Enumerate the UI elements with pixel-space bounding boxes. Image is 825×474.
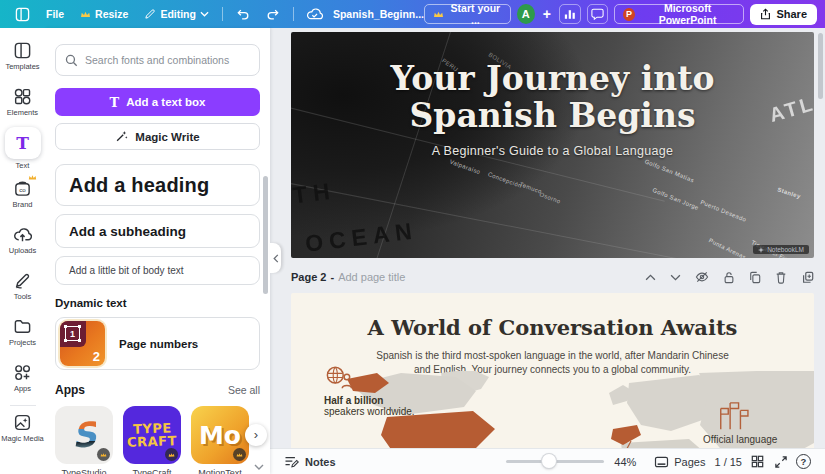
start-campaign-button[interactable]: Start your ... xyxy=(424,4,511,24)
sidebar-item-elements[interactable]: Elements xyxy=(0,80,45,124)
apps-carousel: S TypeStudio TYPE CRAFT TypeCraft xyxy=(55,406,260,474)
move-page-down-button[interactable] xyxy=(670,274,681,281)
app-motiontext[interactable]: Mo MotionText xyxy=(191,406,249,474)
panel-collapse-button[interactable] xyxy=(270,243,281,273)
apps-icon xyxy=(13,363,32,382)
panel-scrollbar[interactable] xyxy=(263,176,268,294)
speakers-annotation[interactable]: Half a billion speakers worldwide. xyxy=(324,395,415,417)
notes-button[interactable]: Notes xyxy=(284,456,336,468)
lock-page-button[interactable] xyxy=(723,271,735,284)
map-label: Stanley xyxy=(777,186,802,199)
grid-view-button[interactable] xyxy=(749,453,766,470)
official-language-annotation[interactable]: Official language xyxy=(703,434,777,445)
share-icon xyxy=(760,8,771,20)
resize-menu[interactable]: Resize xyxy=(75,5,133,23)
help-button[interactable]: ? xyxy=(796,454,811,469)
svg-text:co: co xyxy=(19,186,26,193)
bar-chart-icon xyxy=(564,9,576,20)
powerpoint-export-button[interactable]: P Microsoft PowerPoint xyxy=(614,4,744,24)
slide2-title[interactable]: A World of Conversation Awaits xyxy=(291,315,814,340)
zoom-percentage[interactable]: 44% xyxy=(614,456,642,468)
sidebar-item-uploads[interactable]: Uploads xyxy=(0,218,45,262)
avatar[interactable]: A xyxy=(517,4,535,24)
page-numbers-card[interactable]: 1 2 Page numbers xyxy=(55,317,260,370)
sidebar-item-templates[interactable]: Templates xyxy=(0,34,45,78)
page-title-input[interactable]: Add page title xyxy=(338,271,405,283)
add-heading-card[interactable]: Add a heading xyxy=(55,164,260,206)
sidebar-item-magic-media[interactable]: Magic Media xyxy=(0,406,45,450)
chevron-down-icon xyxy=(200,11,209,17)
sidebar-item-brand[interactable]: co Brand xyxy=(0,172,45,216)
add-member-button[interactable]: + xyxy=(541,6,553,22)
home-menu-button[interactable] xyxy=(10,4,35,25)
add-body-text-card[interactable]: Add a little bit of body text xyxy=(55,256,260,285)
page-numbers-icon: 1 2 xyxy=(60,321,105,366)
map-label: Puerto Deseado xyxy=(700,199,748,223)
pro-crown-badge xyxy=(233,448,246,461)
canvas-scrollbar[interactable] xyxy=(818,33,823,99)
crown-icon xyxy=(433,10,444,19)
add-subheading-card[interactable]: Add a subheading xyxy=(55,214,260,248)
insights-chart-button[interactable] xyxy=(559,4,581,24)
sidebar-item-projects[interactable]: Projects xyxy=(0,310,45,354)
share-button[interactable]: Share xyxy=(750,4,817,25)
text-panel: T Add a text box Magic Write Add a headi… xyxy=(45,28,270,474)
pro-crown-badge xyxy=(165,448,178,461)
top-bar: File Resize Editing xyxy=(0,0,825,28)
search-icon xyxy=(65,54,78,67)
see-all-link[interactable]: See all xyxy=(228,384,260,396)
undo-button[interactable] xyxy=(231,5,255,23)
slide1-subtitle[interactable]: A Beginner's Guide to a Global Language xyxy=(291,144,814,158)
map-label: Osorno xyxy=(539,191,562,204)
magic-wand-icon xyxy=(115,130,128,143)
apps-section-heading: Apps xyxy=(55,383,85,397)
brand-icon: co xyxy=(13,179,32,198)
panel-scroll-more-icon[interactable] xyxy=(254,464,264,470)
elements-icon xyxy=(13,87,32,106)
design-canvas: PERU BOLIVIA Valparaíso Concepción Temuc… xyxy=(270,28,825,448)
add-page-button[interactable] xyxy=(801,271,814,284)
apps-carousel-next-button[interactable]: › xyxy=(245,424,267,446)
file-menu[interactable]: File xyxy=(41,5,69,23)
search-input[interactable] xyxy=(85,54,250,66)
add-text-box-button[interactable]: T Add a text box xyxy=(55,88,260,116)
font-search[interactable] xyxy=(55,44,260,76)
sidebar-item-text[interactable]: T Text xyxy=(0,126,45,170)
zoom-slider[interactable] xyxy=(506,460,604,463)
move-page-up-button[interactable] xyxy=(645,274,656,281)
delete-page-button[interactable] xyxy=(775,271,787,284)
slide1-title[interactable]: Your Journey into Spanish Begins A Begin… xyxy=(291,60,814,158)
magic-write-button[interactable]: Magic Write xyxy=(55,123,260,150)
flags-icon xyxy=(715,401,749,431)
undo-icon xyxy=(236,8,250,20)
fullscreen-button[interactable] xyxy=(773,454,789,470)
redo-button[interactable] xyxy=(261,5,285,23)
sidebar-item-tools[interactable]: Tools xyxy=(0,264,45,308)
powerpoint-icon: P xyxy=(623,8,635,21)
cloud-saved-icon[interactable] xyxy=(306,7,323,21)
slide-1[interactable]: PERU BOLIVIA Valparaíso Concepción Temuc… xyxy=(291,32,814,258)
pages-button[interactable]: Pages xyxy=(652,454,707,470)
document-title[interactable]: Spanish_Beginn... xyxy=(333,8,424,20)
page2-label: Page 2 xyxy=(291,271,326,283)
typecraft-logo: CRAFT xyxy=(127,434,177,449)
zoom-slider-knob[interactable] xyxy=(542,454,556,468)
home-menu-icon xyxy=(15,7,30,22)
status-bar: Notes 44% Pages 1 / 15 xyxy=(270,448,825,474)
crown-icon xyxy=(80,10,91,19)
editing-mode-menu[interactable]: Editing xyxy=(139,5,214,23)
divider xyxy=(293,7,294,21)
slide-2[interactable]: A World of Conversation Awaits Spanish i… xyxy=(291,293,814,448)
draw-pen-icon xyxy=(13,271,32,290)
comments-button[interactable] xyxy=(587,4,609,24)
duplicate-page-button[interactable] xyxy=(749,271,761,284)
grid-view-icon xyxy=(751,455,764,468)
app-typestudio[interactable]: S TypeStudio xyxy=(55,406,113,474)
hide-page-button[interactable] xyxy=(695,271,709,283)
dynamic-text-heading: Dynamic text xyxy=(55,297,260,309)
text-tool-icon: T xyxy=(5,127,41,159)
app-typecraft[interactable]: TYPE CRAFT TypeCraft xyxy=(123,406,181,474)
sidebar-item-apps[interactable]: Apps xyxy=(0,356,45,400)
pages-icon xyxy=(654,456,669,468)
page2-toolbar: Page 2 - Add page title xyxy=(291,265,814,289)
